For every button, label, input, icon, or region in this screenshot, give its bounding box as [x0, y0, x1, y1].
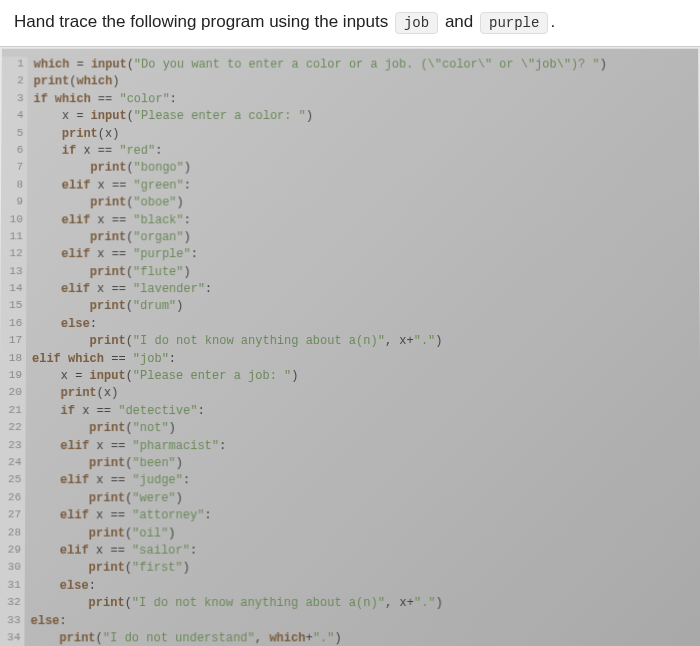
code-line: 4 x = input("Please enter a color: "): [1, 108, 698, 125]
code-text: print("oil"): [25, 525, 176, 542]
code-line: 1which = input("Do you want to enter a c…: [2, 57, 699, 74]
line-number: 3: [2, 91, 28, 108]
code-line: 20 print(x): [0, 385, 700, 402]
line-number: 6: [1, 143, 27, 160]
code-line: 12 elif x == "purple":: [1, 247, 700, 264]
line-number: 11: [1, 229, 27, 246]
code-text: elif x == "sailor":: [25, 542, 197, 560]
line-number: 21: [0, 403, 26, 420]
code-text: print("flute"): [26, 264, 190, 281]
code-text: else:: [26, 316, 97, 333]
line-number: 1: [2, 57, 28, 74]
code-line: 17 print("I do not know anything about a…: [0, 333, 700, 350]
code-line: 26 print("were"): [0, 490, 700, 507]
line-number: 18: [0, 351, 26, 368]
line-number: 4: [1, 108, 27, 125]
line-number: 24: [0, 455, 25, 472]
code-line: 33else:: [0, 613, 700, 631]
code-text: elif x == "purple":: [27, 247, 198, 264]
input-tag-1: job: [395, 12, 438, 34]
code-text: print("drum"): [26, 299, 183, 316]
line-number: 13: [0, 264, 26, 281]
code-line: 31 else:: [0, 578, 700, 596]
code-text: elif which == "job":: [26, 351, 176, 368]
line-number: 19: [0, 368, 26, 385]
line-number: 26: [0, 490, 25, 507]
code-line: 34 print("I do not understand", which+".…: [0, 630, 700, 646]
code-text: print(x): [26, 385, 119, 402]
code-line: 22 print("not"): [0, 420, 700, 437]
code-line: 18elif which == "job":: [0, 351, 700, 368]
line-number: 16: [0, 316, 26, 333]
code-line: 21 if x == "detective":: [0, 403, 700, 420]
code-text: print("were"): [25, 490, 183, 507]
line-number: 25: [0, 473, 25, 490]
code-text: print(which): [28, 74, 120, 91]
code-text: print("bongo"): [27, 160, 191, 177]
code-text: elif x == "pharmacist":: [25, 438, 226, 455]
line-number: 15: [0, 299, 26, 316]
code-line: 10 elif x == "black":: [1, 212, 699, 229]
code-text: else:: [25, 578, 96, 596]
line-number: 10: [1, 212, 27, 229]
code-text: elif x == "black":: [27, 212, 191, 229]
code-text: print("oboe"): [27, 195, 184, 212]
line-number: 29: [0, 542, 25, 560]
header-suffix: .: [550, 12, 555, 31]
question-header: Hand trace the following program using t…: [0, 0, 700, 47]
line-number: 27: [0, 508, 25, 525]
code-line: 3if which == "color":: [2, 91, 699, 108]
code-line: 16 else:: [0, 316, 700, 333]
line-number: 7: [1, 160, 27, 177]
line-number: 33: [0, 613, 25, 631]
code-text: if which == "color":: [27, 91, 176, 108]
code-line: 29 elif x == "sailor":: [0, 542, 700, 560]
code-text: else:: [24, 613, 66, 631]
code-text: print("I do not know anything about a(n)…: [25, 595, 443, 613]
code-text: if x == "red":: [27, 143, 162, 160]
code-text: elif x == "lavender":: [26, 281, 212, 298]
line-number: 12: [1, 247, 27, 264]
code-line: 5 print(x): [1, 126, 698, 143]
code-text: if x == "detective":: [26, 403, 205, 420]
code-text: x = input("Please enter a color: "): [27, 108, 313, 125]
code-line: 32 print("I do not know anything about a…: [0, 595, 700, 613]
input-tag-2: purple: [480, 12, 548, 34]
code-block: 1which = input("Do you want to enter a c…: [0, 49, 700, 646]
line-number: 14: [0, 281, 26, 298]
code-text: print("I do not know anything about a(n)…: [26, 333, 442, 350]
line-number: 32: [0, 595, 25, 613]
code-line: 9 print("oboe"): [1, 195, 699, 212]
code-text: print("organ"): [27, 229, 191, 246]
line-number: 34: [0, 630, 24, 646]
code-text: print("not"): [26, 420, 176, 437]
line-number: 2: [2, 74, 28, 91]
line-number: 9: [1, 195, 27, 212]
code-line: 28 print("oil"): [0, 525, 700, 542]
header-mid: and: [440, 12, 478, 31]
line-number: 23: [0, 438, 26, 455]
code-line: 14 elif x == "lavender":: [0, 281, 699, 298]
line-number: 20: [0, 385, 26, 402]
code-text: elif x == "attorney":: [25, 508, 212, 525]
code-text: print(x): [27, 126, 119, 143]
code-line: 8 elif x == "green":: [1, 177, 699, 194]
line-number: 31: [0, 578, 25, 596]
line-number: 28: [0, 525, 25, 542]
line-number: 22: [0, 420, 26, 437]
code-line: 11 print("organ"): [1, 229, 700, 246]
code-text: print("been"): [25, 455, 183, 472]
line-number: 5: [1, 126, 27, 143]
code-text: print("first"): [25, 560, 190, 578]
code-line: 25 elif x == "judge":: [0, 473, 700, 490]
code-text: x = input("Please enter a job: "): [26, 368, 299, 385]
header-prefix: Hand trace the following program using t…: [14, 12, 393, 31]
code-line: 2print(which): [2, 74, 699, 91]
code-text: print("I do not understand", which+"."): [24, 630, 341, 646]
code-line: 13 print("flute"): [0, 264, 699, 281]
code-text: elif x == "judge":: [25, 473, 190, 490]
line-number: 30: [0, 560, 25, 578]
code-line: 23 elif x == "pharmacist":: [0, 438, 700, 455]
code-line: 19 x = input("Please enter a job: "): [0, 368, 700, 385]
code-line: 30 print("first"): [0, 560, 700, 578]
